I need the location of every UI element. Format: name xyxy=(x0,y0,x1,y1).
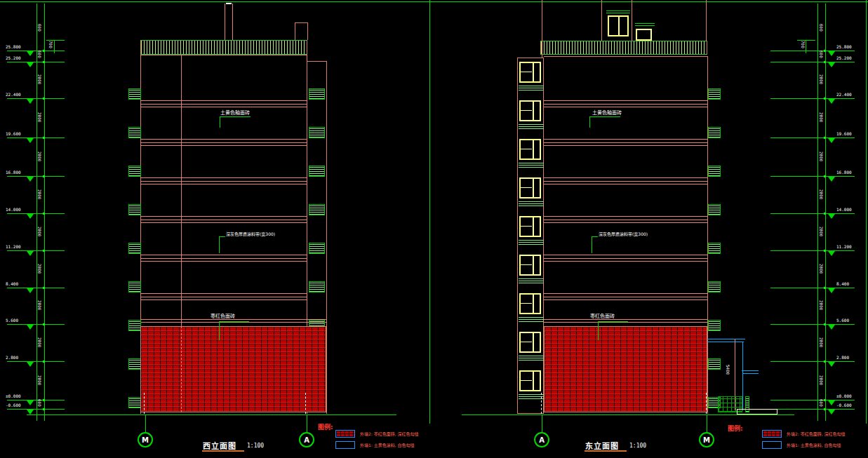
window-sill xyxy=(519,396,544,397)
level-line xyxy=(7,409,65,410)
dim-chain-line xyxy=(36,4,37,421)
stair-window xyxy=(519,62,541,83)
window-sill xyxy=(519,203,544,204)
window-sill xyxy=(519,124,544,125)
level-line xyxy=(770,176,855,177)
window-sill xyxy=(519,242,544,243)
grid-stub xyxy=(706,393,707,414)
floor-height-dim-left: 2800 xyxy=(37,189,41,199)
floor-height-dim-left: 600 xyxy=(37,50,41,58)
elevation-value-left: 2.800 xyxy=(6,355,18,360)
level-marker-triangle xyxy=(828,51,835,56)
window-mullion xyxy=(533,63,534,81)
window-mullion xyxy=(520,149,532,149)
level-marker-triangle xyxy=(828,410,835,415)
grid-bubble-m-west: M xyxy=(138,432,153,447)
level-marker-triangle xyxy=(27,410,34,415)
floor-band xyxy=(544,181,707,182)
bubble-stem xyxy=(542,415,542,432)
floor-band xyxy=(140,177,307,178)
view-title-east: 东立面图 xyxy=(585,440,619,451)
label-leader xyxy=(219,236,220,253)
floor-band xyxy=(544,139,707,140)
legend-item-plain-east: 外墙1: 土黄色涂料, 白色勾缝 xyxy=(787,443,841,447)
floor-band xyxy=(544,177,707,178)
canopy-line xyxy=(707,342,744,342)
node xyxy=(43,137,45,139)
elevation-value-left: 5.600 xyxy=(6,318,18,323)
label-leader xyxy=(598,321,628,322)
floor-band xyxy=(544,293,707,294)
floor-band xyxy=(140,220,307,220)
parapet-dim-left: 600 xyxy=(37,24,41,32)
level-marker-triangle xyxy=(828,400,835,405)
node xyxy=(43,399,45,401)
elevation-value-right: 19.600 xyxy=(836,131,852,136)
louver-window xyxy=(309,88,325,100)
level-marker-triangle xyxy=(27,251,34,256)
entrance-post xyxy=(742,342,743,410)
level-line xyxy=(7,250,65,251)
window-sill xyxy=(519,86,544,86)
elevation-value-left: 11.200 xyxy=(6,244,21,249)
window-mullion xyxy=(520,72,532,72)
window-mullion xyxy=(533,256,534,274)
sheet-border-top xyxy=(0,1,868,2)
dim-chain-line xyxy=(817,4,818,421)
parapet-dim-right: 600 xyxy=(819,24,823,32)
window-mullion xyxy=(520,264,532,265)
level-marker-triangle xyxy=(27,51,34,56)
window-sill xyxy=(519,240,544,241)
entry-dim-text: 5400 xyxy=(726,365,730,375)
elevation-value-left: 16.800 xyxy=(6,170,21,175)
window-mullion xyxy=(533,179,534,197)
node xyxy=(43,408,45,410)
label-leader xyxy=(589,116,590,128)
legend-swatch-plain-east xyxy=(762,441,782,449)
floor-height-dim-left: 2800 xyxy=(37,112,41,122)
floor-height-dim-left: 2800 xyxy=(37,375,41,385)
node xyxy=(824,213,826,215)
side-strip-top xyxy=(307,61,326,62)
level-line xyxy=(7,50,65,51)
window-sill xyxy=(519,283,544,283)
stair-window xyxy=(519,139,541,160)
floor-band xyxy=(544,258,707,259)
wall-label-upper-west: 土黄色釉面砖 xyxy=(220,110,250,116)
legend-swatch-plain-west xyxy=(335,441,355,449)
floor-band xyxy=(544,216,707,217)
bracket-dim-left: 700 xyxy=(48,41,53,48)
wall-label-upper-east: 土黄色釉面砖 xyxy=(592,110,622,116)
roof-tick xyxy=(226,3,232,4)
floor-height-dim-left: 2800 xyxy=(37,151,41,161)
elevation-value-right: -0.600 xyxy=(836,403,852,408)
penthouse-rail xyxy=(606,11,630,11)
level-marker-triangle xyxy=(27,138,34,143)
floor-band xyxy=(140,100,307,101)
level-marker-triangle xyxy=(27,62,34,67)
label-leader xyxy=(592,236,598,237)
elevation-value-right: 25.800 xyxy=(836,44,852,49)
louver-window xyxy=(128,281,141,292)
node xyxy=(824,408,826,410)
floor-band xyxy=(544,145,707,146)
window-sill xyxy=(519,321,544,322)
grid-line-top xyxy=(542,0,542,58)
floor-height-dim-right: 2800 xyxy=(819,189,823,199)
level-line xyxy=(770,288,855,288)
roof-step-line xyxy=(295,22,295,40)
node xyxy=(43,97,45,100)
level-marker-triangle xyxy=(828,177,835,182)
level-marker-triangle xyxy=(828,325,835,330)
stair-window xyxy=(519,216,541,237)
level-line xyxy=(7,324,65,325)
louver-window xyxy=(708,243,721,254)
legend-item-brick-east: 外墙2: 枣红色面砖, 深红色勾缝 xyxy=(787,431,846,436)
floor-height-dim-left: 2800 xyxy=(37,300,41,310)
parapet-hatch-east xyxy=(540,41,707,55)
level-line xyxy=(770,400,855,400)
label-leader xyxy=(219,321,249,322)
floor-height-dim-left: 2800 xyxy=(37,74,41,84)
louver-window xyxy=(708,127,721,138)
window-sill xyxy=(519,163,544,163)
